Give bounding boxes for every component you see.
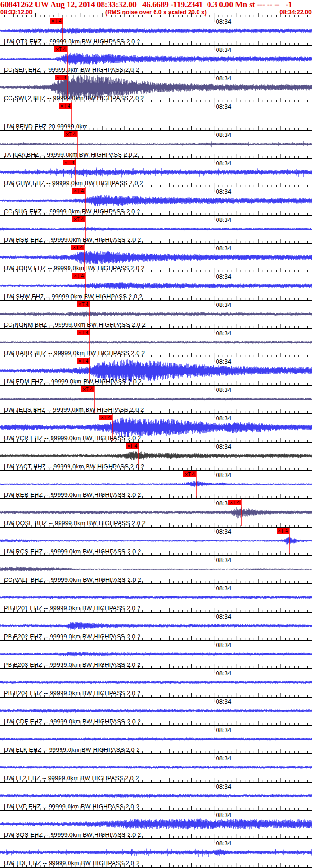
tick-5s bbox=[147, 551, 147, 555]
tick-1s bbox=[0, 440, 0, 442]
trace-waveform[interactable] bbox=[0, 398, 312, 401]
tick-5s bbox=[13, 438, 14, 442]
pick-marker-label: ×T 4 bbox=[78, 358, 88, 364]
tick-1s bbox=[250, 751, 250, 753]
tick-1s bbox=[227, 411, 227, 413]
trace-waveform[interactable] bbox=[0, 709, 312, 713]
tick-1s bbox=[26, 553, 27, 555]
trace-waveform[interactable] bbox=[0, 766, 312, 769]
time-ruler bbox=[0, 442, 312, 443]
tick-1s bbox=[245, 326, 245, 328]
trace-waveform[interactable] bbox=[0, 28, 312, 34]
tick-1s bbox=[138, 808, 139, 810]
trace-waveform[interactable] bbox=[0, 341, 312, 344]
tick-1s bbox=[133, 383, 134, 385]
trace-waveform[interactable] bbox=[0, 251, 312, 264]
trace-waveform[interactable] bbox=[0, 141, 312, 147]
tick-1s bbox=[227, 666, 227, 668]
trace-waveform[interactable] bbox=[0, 507, 312, 519]
tick-1s bbox=[9, 43, 9, 45]
tick-5s bbox=[102, 806, 103, 810]
trace-waveform[interactable] bbox=[0, 652, 312, 656]
trace-waveform[interactable] bbox=[0, 227, 312, 231]
tick-1s bbox=[160, 213, 161, 215]
tick-5s bbox=[214, 69, 214, 73]
trace-waveform[interactable] bbox=[0, 794, 312, 798]
tick-1s bbox=[196, 751, 196, 753]
trace-waveform[interactable] bbox=[0, 622, 312, 630]
tick-1s bbox=[223, 213, 223, 215]
trace-waveform[interactable] bbox=[0, 737, 312, 741]
trace-waveform[interactable] bbox=[0, 418, 312, 437]
tick-1s bbox=[120, 610, 121, 612]
tick-5s bbox=[191, 636, 192, 640]
tick-1s bbox=[241, 751, 241, 753]
tick-1s bbox=[250, 496, 250, 498]
tick-1s bbox=[307, 213, 308, 215]
tick-1s bbox=[196, 723, 196, 725]
trace-waveform[interactable] bbox=[0, 481, 312, 487]
tick-1s bbox=[31, 638, 32, 640]
trace-waveform[interactable] bbox=[0, 195, 312, 206]
tick-1s bbox=[285, 666, 286, 668]
tick-1s bbox=[165, 241, 165, 243]
tick-1s bbox=[151, 836, 152, 838]
tick-1s bbox=[85, 808, 85, 810]
trace-waveform[interactable] bbox=[0, 311, 312, 316]
tick-1s bbox=[250, 241, 250, 243]
tick-1s bbox=[26, 610, 27, 612]
tick-1s bbox=[142, 383, 143, 385]
tick-5s bbox=[147, 98, 147, 102]
time-ruler bbox=[0, 385, 312, 386]
tick-1s bbox=[107, 808, 107, 810]
tick-5s bbox=[125, 438, 125, 442]
trace-canvas[interactable]: 08:34×T 4UW OT3 EHZ -- 99999.0km BW HIGH… bbox=[0, 0, 312, 868]
tick-1s bbox=[26, 525, 27, 527]
tick-1s bbox=[223, 780, 223, 782]
tick-5s bbox=[258, 806, 259, 810]
time-ruler bbox=[0, 612, 312, 613]
tick-1s bbox=[254, 411, 254, 413]
tick-1s bbox=[223, 156, 223, 158]
trace-waveform[interactable] bbox=[0, 818, 312, 829]
tick-1s bbox=[200, 666, 201, 668]
tick-1s bbox=[165, 355, 165, 357]
trace-waveform[interactable] bbox=[0, 451, 312, 460]
trace-waveform[interactable] bbox=[0, 282, 312, 289]
time-ruler bbox=[0, 668, 312, 669]
tick-1s bbox=[250, 553, 250, 555]
trace-waveform[interactable] bbox=[0, 53, 312, 65]
tick-1s bbox=[76, 383, 76, 385]
tick-5s bbox=[13, 409, 14, 413]
trace-waveform[interactable] bbox=[0, 167, 312, 178]
tick-1s bbox=[151, 326, 152, 328]
time-ruler bbox=[0, 17, 312, 17]
tick-1s bbox=[40, 383, 40, 385]
tick-1s bbox=[98, 695, 98, 697]
tick-1s bbox=[53, 525, 54, 527]
tick-1s bbox=[205, 71, 205, 73]
trace-waveform[interactable] bbox=[0, 567, 312, 571]
tick-1s bbox=[160, 411, 161, 413]
trace-waveform[interactable] bbox=[0, 681, 312, 684]
tick-1s bbox=[200, 610, 201, 612]
tick-1s bbox=[111, 865, 112, 867]
trace-waveform[interactable] bbox=[0, 849, 312, 857]
tick-5s bbox=[147, 183, 147, 187]
time-ruler bbox=[0, 73, 312, 74]
trace-waveform[interactable] bbox=[0, 537, 312, 544]
tick-1s bbox=[263, 496, 263, 498]
tick-5s bbox=[13, 494, 14, 498]
tick-1s bbox=[227, 581, 227, 583]
time-window-bar: 08:33:12.00 (RMS noise over 6.0 s scaled… bbox=[0, 9, 312, 16]
tick-5s bbox=[281, 579, 281, 583]
tick-1s bbox=[294, 638, 295, 640]
minute-tick-label: 08:34 bbox=[216, 131, 232, 138]
tick-1s bbox=[31, 836, 32, 838]
tick-1s bbox=[173, 213, 174, 215]
trace-waveform[interactable] bbox=[0, 596, 312, 599]
tick-5s bbox=[169, 494, 170, 498]
tick-1s bbox=[111, 440, 112, 442]
tick-1s bbox=[67, 865, 67, 867]
tick-5s bbox=[147, 693, 147, 697]
